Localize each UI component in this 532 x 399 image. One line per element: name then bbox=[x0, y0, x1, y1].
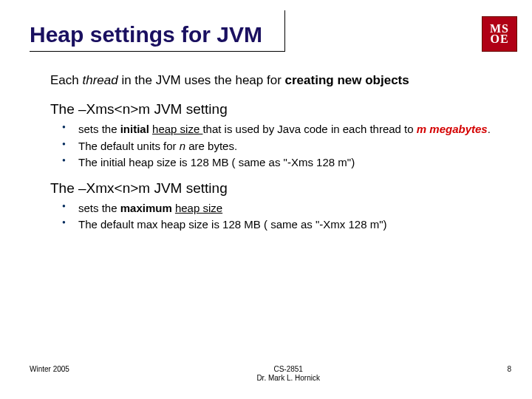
intro-paragraph: Each thread in the JVM uses the heap for… bbox=[50, 72, 495, 88]
title-divider bbox=[284, 10, 285, 52]
li-text: that is used by Java code in each thread… bbox=[202, 123, 416, 135]
li-text: The default max heap size is 128 MB ( sa… bbox=[78, 218, 386, 231]
title-row: Heap settings for JVM bbox=[30, 22, 502, 52]
li-text: are bytes. bbox=[185, 140, 237, 152]
slide: MS OE Heap settings for JVM Each thread … bbox=[0, 0, 532, 399]
footer-page-number: 8 bbox=[507, 365, 511, 373]
li-text: sets the bbox=[78, 202, 120, 214]
xmx-list: sets the maximum heap size The default m… bbox=[50, 201, 495, 233]
li-text: The default units for bbox=[78, 140, 180, 152]
li-text: The initial heap size is 128 MB ( same a… bbox=[78, 156, 355, 168]
xmx-heading: The –Xmx<n>m JVM setting bbox=[50, 180, 495, 197]
footer-author: Dr. Mark L. Hornick bbox=[256, 374, 320, 383]
list-item: sets the initial heap size that is used … bbox=[62, 122, 495, 137]
footer-center: CS-2851 Dr. Mark L. Hornick bbox=[256, 365, 320, 383]
intro-thread: thread bbox=[82, 73, 117, 87]
list-item: The default units for n are bytes. bbox=[62, 139, 495, 154]
msoe-logo: MS OE bbox=[482, 16, 517, 52]
footer-left: Winter 2005 bbox=[30, 365, 69, 373]
footer-course: CS-2851 bbox=[256, 365, 320, 374]
slide-body: Each thread in the JVM uses the heap for… bbox=[30, 72, 502, 233]
li-italic: n bbox=[180, 140, 185, 152]
li-underline: heap size bbox=[152, 123, 202, 135]
list-item: The initial heap size is 128 MB ( same a… bbox=[62, 155, 495, 170]
li-underline: heap size bbox=[175, 202, 222, 214]
intro-mid: in the JVM uses the heap for bbox=[118, 73, 285, 87]
li-text: . bbox=[488, 123, 491, 135]
li-emphasis: m megabytes bbox=[417, 123, 488, 135]
slide-footer: Winter 2005 CS-2851 Dr. Mark L. Hornick … bbox=[0, 365, 532, 383]
li-text: sets the bbox=[78, 123, 120, 135]
slide-title: Heap settings for JVM bbox=[30, 22, 284, 52]
xms-list: sets the initial heap size that is used … bbox=[50, 122, 495, 170]
xms-heading: The –Xms<n>m JVM setting bbox=[50, 101, 495, 117]
intro-bold: creating new objects bbox=[285, 73, 409, 87]
list-item: sets the maximum heap size bbox=[62, 201, 495, 216]
intro-pre: Each bbox=[50, 73, 82, 87]
li-bold: maximum bbox=[120, 202, 175, 214]
logo-line-2: OE bbox=[490, 34, 508, 44]
list-item: The default max heap size is 128 MB ( sa… bbox=[62, 217, 495, 232]
msoe-logo-box: MS OE bbox=[482, 16, 517, 52]
li-bold: initial bbox=[120, 123, 152, 135]
